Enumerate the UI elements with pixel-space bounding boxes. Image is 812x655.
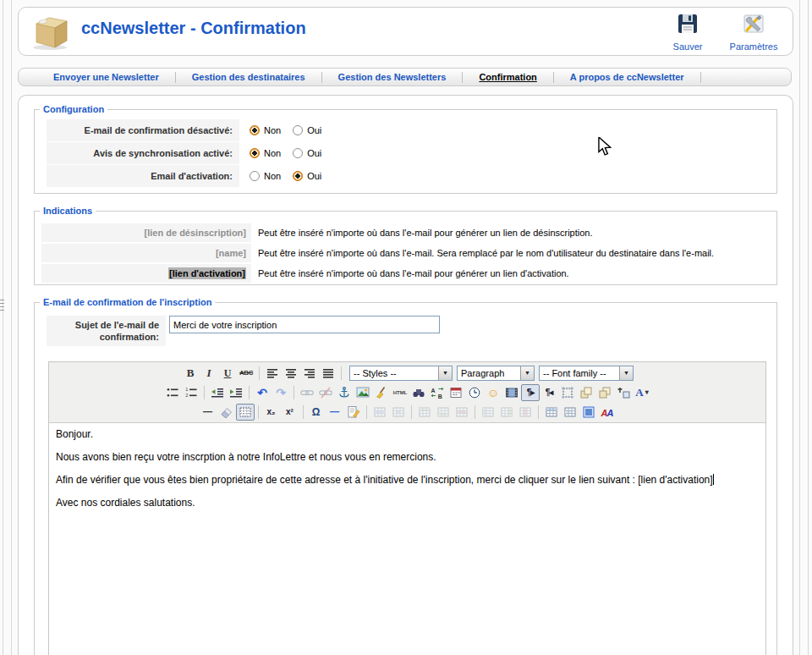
underline-icon[interactable]: U [218,365,237,382]
html-source-icon[interactable]: HTML [391,384,409,401]
styles-select[interactable]: -- Styles --▼ [349,366,453,381]
radio-yes[interactable] [293,125,303,135]
panel-resize-grip[interactable] [0,300,4,313]
send-backward-icon[interactable] [595,384,614,401]
delete-row-icon[interactable] [453,404,471,421]
component-header: ccNewsletter - Confirmation SauverParamè… [18,7,793,56]
bring-forward-icon[interactable] [577,384,595,401]
toolbar-separator [475,405,475,419]
radio-yes[interactable] [293,171,303,181]
radio-no[interactable] [250,125,260,135]
image-icon[interactable] [354,384,372,401]
media-icon[interactable] [502,384,521,401]
find-replace-icon[interactable]: AB [428,384,447,401]
remove-format-icon[interactable] [217,404,236,421]
font-family-select[interactable]: -- Font family --▼ [539,366,634,381]
align-right-icon[interactable] [300,365,319,382]
toolbar-separator [303,405,304,419]
editor-paragraph: Avec nos cordiales salutations. [56,497,759,509]
advanced-hr-icon[interactable]: — [326,404,344,421]
save-floppy-button[interactable]: Sauver [657,13,718,53]
unlink-icon[interactable] [316,384,335,401]
radio-no[interactable] [250,171,260,181]
ltr-icon-glyph: ¶▸ [527,388,535,397]
emoticons-icon-glyph: ☺ [487,387,499,399]
indication-description: Peut être inséré n'importe où dans l'e-m… [258,268,569,278]
split-cells-icon[interactable] [579,404,598,421]
outdent-icon[interactable] [208,384,227,401]
toolbar-button-label: Paramètres [730,41,778,52]
parameters-tools-button[interactable]: Paramètres [723,13,784,53]
editor-content[interactable]: Bonjour.Nous avons bien reçu votre inscr… [49,423,765,655]
tab-gestion-des-newsletters[interactable]: Gestion des Newsletters [322,72,463,82]
subject-input[interactable] [169,316,440,333]
advanced-hr-icon-glyph: — [330,407,339,416]
insert-row-after-icon[interactable] [434,404,453,421]
svg-text:1: 1 [185,387,188,392]
emoticons-icon[interactable]: ☺ [484,384,502,401]
insert-col-after-icon[interactable] [497,404,516,421]
tab-a-propos-de-ccnewsletter[interactable]: A propos de ccNewsletter [554,72,700,82]
indent-icon[interactable] [227,384,245,401]
redo-icon[interactable]: ↷ [272,384,290,401]
tab-envoyer-une-newsletter[interactable]: Envoyer une Newsletter [37,72,175,82]
bold-icon[interactable]: B [181,365,200,382]
insert-time-icon[interactable] [465,384,484,401]
insert-date-icon[interactable] [447,384,465,401]
rtl-icon-glyph: ¶◂ [546,388,553,397]
undo-icon[interactable]: ↶ [253,384,272,401]
insert-table-icon[interactable] [542,404,561,421]
italic-icon[interactable]: I [200,365,218,382]
link-icon[interactable] [298,384,316,401]
page-frame-line [808,0,809,655]
insert-layer-icon[interactable] [558,384,577,401]
table-row-props-icon[interactable] [370,404,389,421]
absolute-position-icon[interactable] [614,384,633,401]
editor-toolbar: BIUABC-- Styles --▼Paragraph▼-- Font fam… [49,362,765,423]
edit-image-icon[interactable] [344,404,363,421]
superscript-icon[interactable]: x² [281,404,299,421]
delete-col-icon[interactable] [516,404,535,421]
page-title: ccNewsletter - Confirmation [81,19,306,38]
radio-no[interactable] [250,148,260,158]
confirmation-email-legend: E-mail de confirmation de l'inscription [40,297,215,307]
select-value: Paragraph [458,368,520,378]
tab-gestion-des-destinataires[interactable]: Gestion des destinataires [176,72,321,82]
ltr-icon[interactable]: ¶▸ [521,384,540,401]
indication-tag: [name] [41,244,251,262]
anchor-icon[interactable] [335,384,354,401]
visual-chars-icon[interactable]: AA [598,404,617,421]
insert-col-before-icon[interactable] [479,404,497,421]
indication-tag: [lien de désinscription] [41,223,251,242]
editor-toolbar-row: —x₂x²Ω—AA [49,402,765,421]
find-icon[interactable] [409,384,428,401]
svg-text:B: B [438,393,442,399]
align-left-icon[interactable] [263,365,282,382]
indication-description: Peut être inséré n'importe où dans l'e-m… [258,228,593,238]
rtl-icon[interactable]: ¶◂ [540,384,558,401]
save-floppy-icon [657,13,718,38]
paragraph-format-select[interactable]: Paragraph▼ [457,366,535,381]
insert-row-before-icon[interactable] [415,404,434,421]
bold-icon-glyph: B [187,367,195,378]
numbered-list-icon[interactable]: 12 [182,384,200,401]
cleanup-icon[interactable] [372,384,391,401]
merge-cells-icon[interactable] [561,404,579,421]
toolbar-separator [204,386,205,399]
align-center-icon[interactable] [282,365,300,382]
strikethrough-icon[interactable]: ABC [237,365,255,382]
editor-toolbar-row: BIUABC-- Styles --▼Paragraph▼-- Font fam… [49,363,765,383]
config-label: Avis de synchronisation activé: [47,142,239,164]
svg-text:2: 2 [185,393,188,398]
bullet-list-icon[interactable] [163,384,182,401]
style-props-icon[interactable]: A [633,384,651,401]
subscript-icon[interactable]: x₂ [262,404,281,421]
align-justify-icon[interactable] [319,365,337,382]
tab-confirmation[interactable]: Confirmation [463,72,552,82]
radio-yes[interactable] [293,148,303,158]
table-cell-props-icon[interactable] [389,404,408,421]
charmap-icon[interactable]: Ω [307,404,326,421]
dropdown-arrow-icon: ▼ [619,366,633,380]
horizontal-rule-icon[interactable]: — [199,404,217,421]
visual-aid-icon[interactable] [236,404,255,421]
